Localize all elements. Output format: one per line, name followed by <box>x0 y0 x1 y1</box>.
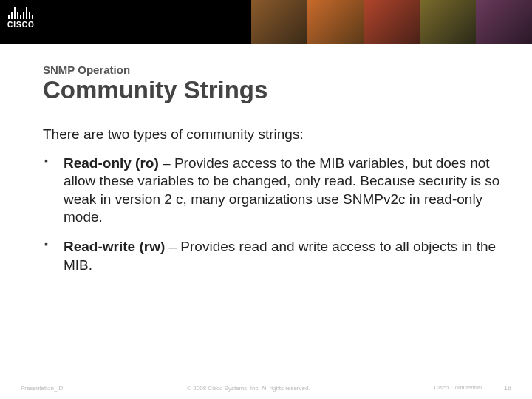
footer-page-number: 18 <box>504 384 511 392</box>
slide-eyebrow: SNMP Operation <box>43 64 502 76</box>
slide-title: Community Strings <box>43 76 502 104</box>
slide-intro: There are two types of community strings… <box>43 126 502 143</box>
cisco-logo-text: CISCO <box>7 21 35 29</box>
bullet-lead: Read-write (rw) <box>64 239 165 254</box>
slide-content: SNMP Operation Community Strings There a… <box>43 64 502 286</box>
slide-footer: Presentation_ID © 2008 Cisco Systems, In… <box>0 384 532 392</box>
banner-photo-strip <box>251 0 532 44</box>
bullet-item: Read-only (ro) – Provides access to the … <box>55 154 502 226</box>
footer-confidential: Cisco Confidential <box>434 384 482 392</box>
bullet-lead: Read-only (ro) <box>64 155 159 171</box>
cisco-logo: CISCO <box>7 4 35 29</box>
bullet-item: Read-write (rw) – Provides read and writ… <box>55 238 502 274</box>
footer-left: Presentation_ID <box>21 385 63 392</box>
cisco-logo-bars <box>8 4 33 19</box>
header-banner: CISCO <box>0 0 532 44</box>
footer-copyright: © 2008 Cisco Systems, Inc. All rights re… <box>63 385 434 392</box>
